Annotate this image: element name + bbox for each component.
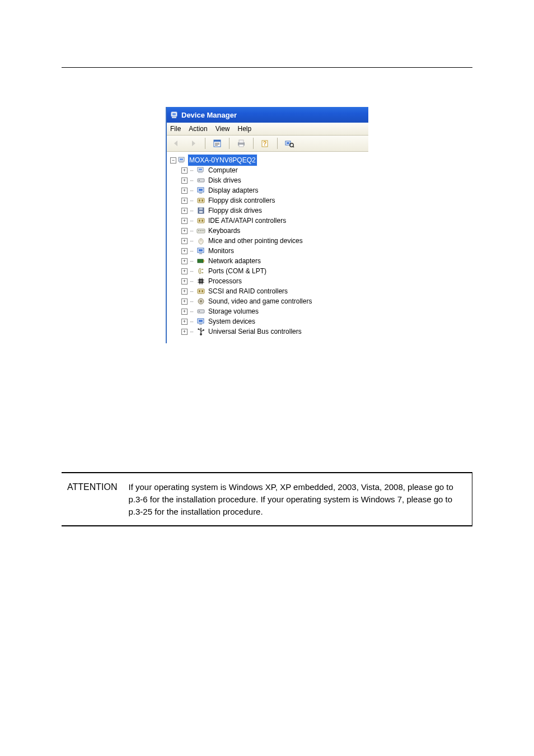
expander-collapse-icon[interactable]: − [170, 157, 176, 164]
menu-file[interactable]: File [170, 125, 181, 133]
tree-item-label[interactable]: Computer [207, 165, 239, 176]
tree-item-label[interactable]: System devices [207, 316, 256, 327]
svg-rect-21 [199, 169, 202, 170]
properties-button[interactable] [211, 137, 223, 150]
expander-expand-icon[interactable]: + [181, 288, 188, 295]
menu-help[interactable]: Help [238, 125, 252, 133]
tree-row[interactable]: +···Ports (COM & LPT) [169, 266, 366, 276]
tree-row[interactable]: +···IDE ATA/ATAPI controllers [169, 216, 366, 226]
expander-expand-icon[interactable]: + [181, 178, 188, 184]
tree-row[interactable]: +···Universal Serial Bus controllers [169, 326, 366, 337]
expander-expand-icon[interactable]: + [181, 248, 188, 254]
svg-line-16 [293, 146, 294, 147]
expander-expand-icon[interactable]: + [181, 258, 188, 264]
svg-rect-48 [203, 260, 204, 262]
svg-rect-6 [215, 144, 219, 144]
tree-connector: ··· [190, 246, 195, 256]
svg-rect-5 [215, 143, 219, 143]
system-device-icon [196, 317, 205, 326]
app-icon [170, 110, 179, 119]
expander-expand-icon[interactable]: + [181, 298, 188, 305]
scsi-raid-icon [196, 287, 205, 296]
expander-expand-icon[interactable]: + [181, 268, 188, 274]
tree-row[interactable]: +···Network adapters [169, 256, 366, 266]
tree-row[interactable]: +···System devices [169, 316, 366, 326]
tree-connector: ··· [190, 165, 195, 175]
tree-row[interactable]: +···Floppy disk drives [169, 206, 366, 216]
svg-rect-61 [198, 289, 204, 293]
tree-item-label[interactable]: Network adapters [207, 255, 262, 267]
expander-expand-icon[interactable]: + [181, 278, 188, 284]
tree-item-label[interactable]: Display adapters [207, 185, 259, 196]
expander-expand-icon[interactable]: + [181, 238, 188, 244]
sound-video-game-icon [196, 297, 205, 306]
expander-expand-icon[interactable]: + [181, 218, 188, 224]
attention-body: If your operating system is Windows XP, … [128, 481, 466, 517]
tree-row[interactable]: +···Display adapters [169, 185, 366, 195]
processor-icon [196, 277, 205, 286]
svg-rect-7 [215, 145, 218, 146]
back-button[interactable] [170, 137, 182, 150]
floppy-controller-icon [196, 196, 205, 205]
svg-text:?: ? [263, 141, 266, 147]
attention-heading: ATTENTION [67, 481, 117, 492]
scan-hardware-button[interactable] [283, 137, 296, 150]
tree-row[interactable]: +···Mice and other pointing devices [169, 236, 366, 246]
tree-connector: ··· [190, 206, 195, 216]
help-button[interactable]: ? [259, 137, 271, 150]
expander-expand-icon[interactable]: + [181, 329, 188, 335]
tree-item-label[interactable]: Disk drives [207, 175, 242, 186]
tree-item-label[interactable]: Floppy disk controllers [207, 195, 276, 206]
expander-expand-icon[interactable]: + [181, 309, 188, 315]
menu-view[interactable]: View [216, 125, 230, 133]
tree-root-row[interactable]: − MOXA-0YNV8PQEQ2 [169, 155, 366, 165]
tree-row[interactable]: +···Storage volumes [169, 306, 366, 316]
tree-item-label[interactable]: Floppy disk drives [207, 205, 263, 216]
expander-expand-icon[interactable]: + [181, 188, 188, 194]
svg-point-50 [202, 272, 203, 273]
ports-icon [196, 267, 205, 276]
tree-root-label[interactable]: MOXA-0YNV8PQEQ2 [188, 155, 257, 166]
tree-row[interactable]: +···Computer [169, 165, 366, 175]
tree-item-label[interactable]: IDE ATA/ATAPI controllers [207, 215, 287, 226]
titlebar[interactable]: Device Manager [167, 107, 368, 123]
tree-item-label[interactable]: Storage volumes [207, 306, 260, 317]
expander-expand-icon[interactable]: + [181, 319, 188, 325]
tree-item-label[interactable]: Mice and other pointing devices [207, 235, 304, 246]
device-manager-window: Device Manager File Action View Help [166, 107, 368, 343]
tree-row[interactable]: +···Floppy disk controllers [169, 195, 366, 206]
tree-item-label[interactable]: Universal Serial Bus controllers [207, 326, 303, 337]
tree-row[interactable]: +···Sound, video and game controllers [169, 296, 366, 306]
tree-row[interactable]: +···Disk drives [169, 175, 366, 185]
window-title: Device Manager [181, 111, 237, 119]
back-arrow-icon [172, 139, 181, 148]
forward-button[interactable] [187, 137, 199, 150]
tree-item-label[interactable]: Processors [207, 276, 243, 287]
toolbar-separator [277, 138, 278, 149]
tree-item-label[interactable]: Ports (COM & LPT) [207, 265, 268, 277]
expander-expand-icon[interactable]: + [181, 208, 188, 214]
tree-row[interactable]: +···Keyboards [169, 226, 366, 236]
tree-row[interactable]: +···Processors [169, 276, 366, 286]
svg-rect-27 [199, 193, 202, 194]
svg-rect-69 [199, 320, 203, 322]
tree-connector: ··· [190, 185, 195, 195]
tree-item-label[interactable]: Keyboards [207, 225, 241, 236]
tree-connector: ··· [190, 216, 195, 226]
tree-item-label[interactable]: Sound, video and game controllers [207, 296, 313, 307]
tree-row[interactable]: +···SCSI and RAID controllers [169, 286, 366, 296]
tree-connector: ··· [190, 276, 195, 286]
expander-expand-icon[interactable]: + [181, 228, 188, 234]
tree-item-label[interactable]: Monitors [207, 245, 235, 256]
expander-expand-icon[interactable]: + [181, 198, 188, 204]
toolbar-separator [253, 138, 254, 149]
tree-row[interactable]: +···Monitors [169, 246, 366, 256]
tree-connector: ··· [190, 326, 195, 337]
tree-item-label[interactable]: SCSI and RAID controllers [207, 286, 289, 297]
menu-action[interactable]: Action [189, 125, 207, 133]
expander-expand-icon[interactable]: + [181, 167, 188, 174]
attention-box: ATTENTION If your operating system is Wi… [62, 472, 472, 526]
display-adapter-icon [196, 186, 205, 195]
print-button[interactable] [235, 137, 247, 150]
svg-rect-22 [198, 172, 203, 173]
